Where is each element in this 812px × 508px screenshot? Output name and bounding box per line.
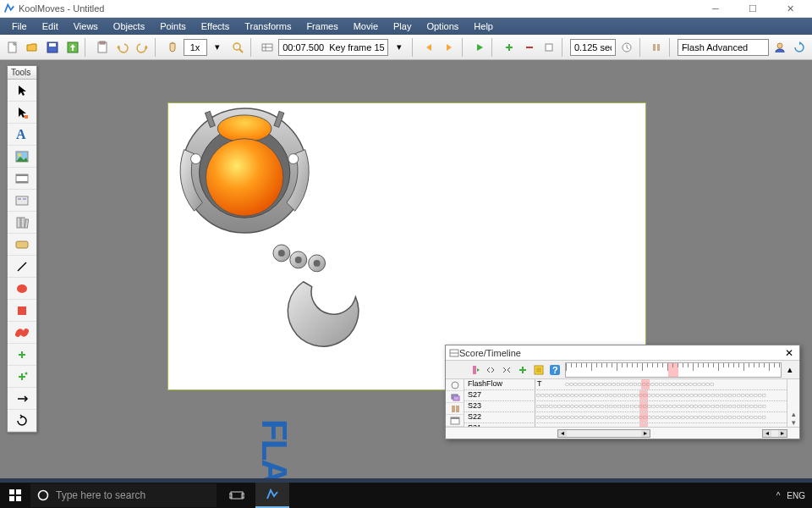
component-tool[interactable] (8, 190, 36, 212)
timeline-button[interactable] (259, 38, 277, 57)
text-tool[interactable]: A (8, 124, 36, 146)
tl-layers-button[interactable] (446, 391, 464, 403)
timeline-toolbar: ? ▴ (446, 361, 799, 379)
menu-frames[interactable]: Frames (299, 19, 344, 33)
svg-text:?: ? (552, 365, 558, 375)
next-frame-button[interactable] (440, 38, 458, 57)
menu-movie[interactable]: Movie (347, 19, 385, 33)
tl-shrink-button[interactable] (483, 362, 498, 378)
minimize-button[interactable]: ─ (697, 0, 734, 17)
timeline-row[interactable]: S23○○○○○○○○○○○○○○○○○○○○○○○○○○○○○○○○○○○○○… (464, 401, 787, 412)
clip-tool[interactable] (8, 168, 36, 190)
point-add-tool[interactable] (8, 366, 36, 388)
taskbar-search[interactable]: Type here to search (30, 483, 217, 507)
redo-button[interactable] (133, 38, 151, 57)
frame-display[interactable] (278, 39, 388, 56)
timeline-h-scrollbar-2[interactable]: ◂▸ (762, 429, 787, 438)
koolmoves-task-button[interactable] (255, 483, 289, 508)
tl-video-button[interactable] (446, 415, 464, 427)
zoom-tool-button[interactable] (228, 38, 247, 57)
menu-edit[interactable]: Edit (36, 19, 65, 33)
menu-transforms[interactable]: Transforms (238, 19, 298, 33)
timeline-ruler[interactable] (565, 362, 782, 378)
oval-tool[interactable] (8, 278, 36, 300)
selection-tool[interactable] (8, 80, 36, 102)
tray-chevron-icon[interactable]: ^ (776, 491, 781, 500)
refresh-button[interactable] (790, 38, 809, 57)
maximize-button[interactable]: ☐ (734, 0, 771, 17)
tools-panel-title: Tools (8, 66, 36, 80)
prev-frame-button[interactable] (420, 38, 439, 57)
duration-clock-button[interactable] (617, 38, 636, 57)
bone-tool[interactable] (8, 388, 36, 410)
frame-dropdown[interactable]: ▾ (390, 38, 409, 57)
undo-button[interactable] (113, 38, 132, 57)
menu-views[interactable]: Views (67, 19, 105, 33)
toolbar-separator (85, 38, 90, 57)
language-indicator[interactable]: ENG (787, 491, 805, 500)
button-tool[interactable] (8, 234, 36, 256)
tl-add-button[interactable] (515, 362, 530, 378)
close-button[interactable]: ✕ (771, 0, 809, 17)
timeline-close-button[interactable]: ✕ (782, 346, 796, 360)
library-tool[interactable] (8, 212, 36, 234)
zoom-dropdown[interactable]: ▾ (209, 38, 228, 57)
tl-insert-button[interactable] (467, 362, 482, 378)
remove-frame-button[interactable] (520, 38, 539, 57)
open-button[interactable] (24, 38, 42, 57)
scroll-down-button[interactable]: ▾ (787, 418, 799, 427)
play-button[interactable] (470, 38, 489, 57)
new-button[interactable] (3, 38, 22, 57)
group-add-tool[interactable] (8, 344, 36, 366)
start-button[interactable] (0, 483, 30, 508)
tl-expand-button[interactable] (499, 362, 514, 378)
rotate-tool[interactable] (8, 410, 36, 432)
user-button[interactable] (771, 38, 789, 57)
timeline-title: Score/Timeline (459, 348, 782, 358)
tl-end-button[interactable]: ▴ (782, 362, 798, 378)
taskview-button[interactable] (220, 483, 254, 508)
menu-effects[interactable]: Effects (195, 19, 236, 33)
save-button[interactable] (43, 38, 62, 57)
tl-help-button[interactable]: ? (547, 362, 562, 378)
export-button[interactable] (63, 38, 82, 57)
mode-select[interactable] (678, 39, 769, 56)
line-tool[interactable] (8, 256, 36, 278)
subselection-tool[interactable] (8, 102, 36, 124)
frame-props-button[interactable] (540, 38, 558, 57)
rect-tool[interactable] (8, 300, 36, 322)
menu-objects[interactable]: Objects (107, 19, 151, 33)
clipboard-button[interactable] (93, 38, 112, 57)
timeline-h-scrollbar[interactable]: ◂▸ (557, 429, 650, 438)
scroll-up-button[interactable]: ▴ (787, 410, 799, 418)
svg-point-19 (18, 153, 21, 157)
tl-list-button[interactable] (531, 362, 546, 378)
settings-button[interactable] (647, 38, 666, 57)
menu-help[interactable]: Help (467, 19, 500, 33)
search-placeholder: Type here to search (56, 489, 145, 501)
image-tool[interactable] (8, 146, 36, 168)
freehand-tool[interactable] (8, 322, 36, 344)
timeline-row[interactable]: S22○○○○○○○○○○○○○○○○○○○○○○○○○○○○○○○○○○○○○… (464, 412, 787, 423)
svg-point-15 (777, 43, 782, 48)
menu-play[interactable]: Play (387, 19, 418, 33)
menu-points[interactable]: Points (153, 19, 193, 33)
timeline-row[interactable]: S21○○○○○○○○○○○○○○○○○○○○○○○○○○○○○○○○○○○○○… (464, 423, 787, 427)
timeline-rows: FlashFlowT ○○○○○○○○○○○○○○○○○○○○○○○○○○○○○… (464, 379, 787, 427)
hand-tool-button[interactable] (163, 38, 182, 57)
menu-options[interactable]: Options (420, 19, 465, 33)
tl-onion-button[interactable] (446, 379, 464, 391)
timeline-row[interactable]: S27○○○○○○○○○○○○○○○○○○○○○○○○○○○○○○○○○○○○○… (464, 390, 787, 401)
svg-rect-67 (9, 496, 14, 501)
tl-sound-button[interactable] (446, 403, 464, 415)
menu-file[interactable]: File (5, 19, 34, 33)
svg-rect-60 (453, 396, 459, 400)
zoom-level-input[interactable] (184, 39, 207, 56)
add-frame-button[interactable] (500, 38, 518, 57)
frame-duration-input[interactable] (570, 39, 616, 56)
svg-point-46 (295, 257, 302, 263)
timeline-row[interactable]: FlashFlowT ○○○○○○○○○○○○○○○○○○○○○○○○○○○○○… (464, 379, 787, 390)
svg-rect-23 (16, 196, 28, 205)
timeline-panel: Score/Timeline ✕ ? ▴ FlashFlowT (445, 345, 800, 439)
svg-rect-16 (25, 115, 28, 119)
